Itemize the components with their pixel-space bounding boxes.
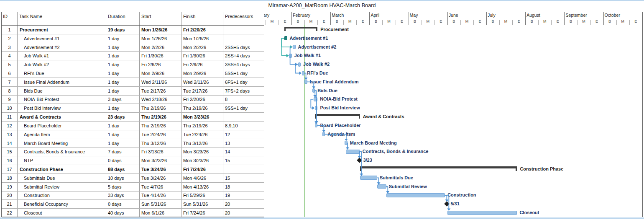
cell-duration[interactable]: 1 day [106,139,140,148]
gantt-milestone[interactable] [357,158,362,163]
gantt-task-bar[interactable] [302,71,305,75]
cell-id[interactable]: 11 [2,113,18,121]
cell-id[interactable]: 20 [2,192,18,200]
cell-finish[interactable]: Wed 2/11/26 [181,78,223,86]
cell-start[interactable]: Tue 3/24/26 [140,174,181,182]
cell-predecessors[interactable]: 2SS+5 days [223,43,264,52]
cell-id[interactable]: 19 [2,183,18,191]
cell-predecessors[interactable]: 19 [223,192,264,200]
cell-duration[interactable]: 40 days [106,209,140,217]
cell-start[interactable]: Mon 1/26/26 [140,26,181,34]
cell-id[interactable]: 17 [2,165,18,173]
cell-duration[interactable]: 33 days [106,192,140,200]
cell-duration[interactable]: 1 day [106,104,140,112]
table-row[interactable]: 13Agenda Item1 dayTue 2/24/26Tue 2/24/26… [2,130,264,139]
column-header-task-name[interactable]: Task Name [18,12,106,25]
cell-predecessors[interactable]: 9SS+1 day [223,104,264,112]
cell-finish[interactable]: Mon 4/6/26 [181,174,223,182]
cell-task-name[interactable]: Construction [18,192,106,200]
gantt-summary-bar[interactable] [315,114,360,116]
table-row[interactable]: 19Submittal Review5 daysTue 4/7/26Mon 4/… [2,183,264,192]
cell-id[interactable]: 4 [2,52,18,60]
cell-finish[interactable]: Fri 2/20/26 [181,96,223,104]
cell-id[interactable]: 16 [2,156,18,165]
cell-predecessors[interactable] [223,26,264,34]
table-row[interactable]: 6RFI's Due1 dayMon 2/9/26Mon 2/9/265SS+1… [2,69,264,78]
cell-predecessors[interactable] [223,113,264,121]
cell-duration[interactable]: 1 day [106,52,140,60]
cell-predecessors[interactable]: 5SS+1 day [223,69,264,78]
cell-finish[interactable]: Fri 2/6/26 [181,60,223,69]
cell-predecessors[interactable]: 15 [223,156,264,165]
table-row[interactable]: 10Post Bid Interview1 dayThu 2/19/26Thu … [2,104,264,113]
table-row[interactable]: 3Advertisement #21 dayMon 2/2/26Mon 2/2/… [2,43,264,52]
cell-start[interactable]: Fri 2/6/26 [140,60,181,69]
cell-start[interactable]: Tue 4/14/26 [140,192,181,200]
cell-task-name[interactable]: Issue Final Addendum [18,78,106,86]
cell-finish[interactable]: Mon 4/13/26 [181,183,223,191]
cell-start[interactable]: Thu 2/19/26 [140,122,181,130]
cell-duration[interactable]: 1 day [106,69,140,78]
cell-duration[interactable]: 1 day [106,43,140,52]
gantt-task-bar[interactable] [315,106,318,110]
cell-id[interactable]: 7 [2,78,18,86]
cell-predecessors[interactable]: 13 [223,139,264,148]
cell-start[interactable]: Thu 2/19/26 [140,104,181,112]
cell-start[interactable]: Thu 3/12/26 [140,139,181,148]
gantt-summary-bar[interactable] [284,27,317,29]
cell-finish[interactable]: Mon 3/23/26 [181,113,223,121]
table-row[interactable]: 15Contracts, Bonds & Insurance7 daysFri … [2,148,264,156]
cell-id[interactable]: 6 [2,69,18,78]
cell-task-name[interactable]: Submittal Review [18,183,106,191]
cell-task-name[interactable]: Construction Phase [18,165,106,173]
column-header-duration[interactable]: Duration [106,12,140,25]
cell-duration[interactable]: 0 days [106,200,140,208]
gantt-task-bar[interactable] [386,193,445,197]
cell-task-name[interactable]: Submittals Due [18,174,106,182]
cell-start[interactable]: Mon 3/23/26 [140,156,181,165]
cell-finish[interactable]: Thu 3/12/26 [181,139,223,148]
table-row[interactable]: 20Construction33 daysTue 4/14/26Fri 5/29… [2,192,264,200]
gantt-task-bar[interactable] [377,184,386,189]
cell-task-name[interactable]: Contracts, Bonds & Insurance [18,148,106,156]
gantt-task-bar[interactable] [345,141,348,145]
cell-task-name[interactable]: Advertisement #1 [18,34,106,43]
table-row[interactable]: 11Award & Contracts23 daysThu 2/19/26Mon… [2,113,264,122]
cell-start[interactable]: Mon 1/26/26 [140,34,181,43]
table-row[interactable]: 8Bids Due1 dayTue 2/17/26Tue 2/17/267FS+… [2,87,264,96]
cell-task-name[interactable]: Closeout [18,209,106,217]
cell-predecessors[interactable]: 18 [223,183,264,191]
gantt-task-bar[interactable] [293,45,296,49]
cell-id[interactable]: 1 [2,26,18,34]
table-row[interactable]: 18Submittals Due10 daysTue 3/24/26Mon 4/… [2,174,264,183]
cell-start[interactable]: Thu 2/19/26 [140,113,181,121]
cell-predecessors[interactable]: 12 [223,130,264,139]
cell-task-name[interactable]: Board Placeholder [18,122,106,130]
cell-task-name[interactable]: NOIA-Bid Protest [18,96,106,104]
table-row[interactable]: 14March Board Meeting1 dayThu 3/12/26Thu… [2,139,264,148]
cell-start[interactable]: Wed 2/18/26 [140,96,181,104]
cell-duration[interactable]: 1 day [106,87,140,95]
cell-task-name[interactable]: Job Walk #2 [18,60,106,69]
gantt-milestone[interactable] [444,201,450,207]
gantt-task-bar[interactable] [346,150,360,154]
cell-duration[interactable]: 7 days [106,148,140,156]
cell-task-name[interactable]: Beneficial Occupancy [18,200,106,208]
cell-finish[interactable]: Tue 2/24/26 [181,130,223,139]
cell-id[interactable]: 5 [2,60,18,69]
cell-duration[interactable]: 19 days [106,26,140,34]
cell-id[interactable]: 15 [2,148,18,156]
cell-duration[interactable]: 88 days [106,165,140,173]
cell-finish[interactable]: Sun 5/31/26 [181,200,223,208]
cell-finish[interactable]: Tue 2/17/26 [181,87,223,95]
gantt-task-bar[interactable] [322,132,325,136]
cell-start[interactable]: Fri 3/13/26 [140,148,181,156]
gantt-summary-bar[interactable] [360,166,517,168]
gantt-task-bar[interactable] [312,88,315,93]
table-row[interactable]: 5Job Walk #21 dayFri 2/6/26Fri 2/6/263SS… [2,60,264,69]
cell-finish[interactable]: Thu 2/19/26 [181,122,223,130]
column-header-start[interactable]: Start [140,12,181,25]
cell-finish[interactable]: Fri 5/29/26 [181,192,223,200]
cell-duration[interactable]: 1 day [106,34,140,43]
column-header-predecessors[interactable]: Predecessors [223,12,264,25]
